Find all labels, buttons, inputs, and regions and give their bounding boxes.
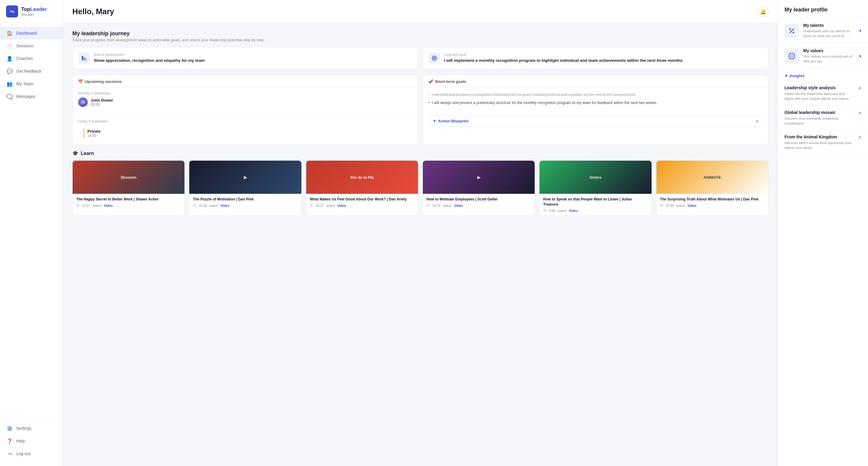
video-link-2[interactable]: Video <box>337 204 346 207</box>
svg-rect-0 <box>82 56 83 61</box>
chevron-down-icon: ▾ <box>756 119 758 124</box>
clock-icon-1: ⏱ <box>193 204 196 207</box>
video-link-4[interactable]: Video <box>569 209 578 213</box>
sidebar-label-coaches: Coaches <box>16 56 33 61</box>
journey-cards: Area of development Show appreciation, r… <box>72 47 769 69</box>
tabs-row: 📅 Upcoming sessions Monday, 2 September … <box>72 75 769 145</box>
values-arrow-icon: ▾ <box>859 54 861 59</box>
sidebar-label-logout: Log out <box>16 451 30 456</box>
learn-title: Learn <box>81 151 94 156</box>
notification-bell-button[interactable]: 🔔 <box>758 6 769 17</box>
area-label: Area of development <box>94 53 205 56</box>
video-card-4: timbre How to Speak so that People Want … <box>539 160 652 216</box>
insight-item-1[interactable]: Global leadership mosaic Uncover your wo… <box>778 106 868 130</box>
insight-arrow-icon-1: ↗ <box>858 111 861 116</box>
values-info: My values Your values are a central part… <box>803 48 855 64</box>
video-thumb-2: Río de la Pla <box>306 161 418 194</box>
session-date-2: Friday, 6 September <box>78 119 412 123</box>
goals-tab-label: Short-term goals <box>435 79 466 84</box>
insight-desc-1: Uncover your worldwide leadership counte… <box>784 116 855 126</box>
home-icon: 🏠 <box>7 30 13 36</box>
sidebar-item-my-team[interactable]: 👥 My Team <box>0 77 63 90</box>
clock-icon-4: ⏱ <box>543 209 547 213</box>
video-info-2: What Makes Us Feel Good About Our Work? … <box>306 194 418 210</box>
session-details-1: John Dower 09:00 <box>91 98 113 107</box>
action-blueprint-label: ✦ Action Blueprint <box>433 119 468 123</box>
thumb-text-5: ANIMATE <box>701 173 723 182</box>
goals-card: 🚀 Short-term goals I will draft and prop… <box>423 75 769 145</box>
sidebar-logo: Top TopLeader Manager <box>0 0 63 23</box>
logo-text-group: TopLeader Manager <box>21 6 47 17</box>
session-name-2: Private <box>87 129 100 133</box>
goal-content: Long-term goal I will implement a monthl… <box>444 53 684 64</box>
video-link-0[interactable]: Video <box>104 204 113 207</box>
sessions-card: 📅 Upcoming sessions Monday, 2 September … <box>72 75 418 145</box>
video-card-3: ▶ How to Motivate Employees | Scott Gell… <box>423 160 535 216</box>
insight-desc-0: Delve into the leadership approach that … <box>784 91 855 101</box>
video-title-1: The Puzzle of Motivation | Dan Pink <box>193 197 298 202</box>
video-thumb-1: ▶ <box>189 161 301 194</box>
video-meta-3: ⏱ 15:54 watch Video <box>427 204 531 207</box>
video-meta-5: ⏱ 10:48 watch Video <box>660 204 765 207</box>
logo-title: TopLeader <box>21 6 47 12</box>
sidebar-label-help: Help <box>16 439 25 443</box>
video-watch-3: watch <box>443 204 452 207</box>
sidebar-label-messages: Messages <box>16 94 36 99</box>
insight-item-2[interactable]: From the Animal Kingdom Discover which a… <box>778 130 868 155</box>
area-icon <box>79 53 90 64</box>
session-person-1: JD John Dower 09:00 <box>78 97 412 107</box>
sidebar-item-help[interactable]: ❓ Help <box>0 435 63 447</box>
video-info-5: The Surprising Truth About What Motivate… <box>656 194 768 210</box>
journey-section: My leadership journey Track your progres… <box>72 30 769 69</box>
session-item-2: Friday, 6 September Private 14:00 <box>73 116 418 145</box>
sessions-tab-header: 📅 Upcoming sessions <box>73 75 418 88</box>
values-title: My values <box>803 48 855 53</box>
video-link-5[interactable]: Video <box>687 204 696 207</box>
sidebar-label-get-feedback: Get feedback <box>16 69 41 73</box>
insight-desc-2: Discover which animal best represents yo… <box>784 141 855 150</box>
goals-content: I will draft and propose a recognition f… <box>423 88 768 113</box>
video-meta-4: ⏱ 9:58 watch Video <box>543 209 648 213</box>
sidebar-item-coaches[interactable]: 👤 Coaches <box>0 52 63 65</box>
insight-title-1: Global leadership mosaic <box>784 110 855 115</box>
video-thumb-5: ANIMATE <box>656 161 768 194</box>
sidebar-item-dashboard[interactable]: 🏠 Dashboard <box>0 27 63 39</box>
sidebar-item-sessions[interactable]: 📄 Sessions <box>0 39 63 52</box>
session-divider <box>78 113 412 113</box>
journey-title: My leadership journey <box>72 30 769 37</box>
insight-title-2: From the Animal Kingdom <box>784 134 855 139</box>
insights-header: ✦ Insights <box>778 69 868 81</box>
sidebar-bottom: ⚙️ Settings ❓ Help ↪ Log out <box>0 418 63 466</box>
insight-content-0: Leadership style analysis Delve into the… <box>784 85 855 101</box>
insight-content-2: From the Animal Kingdom Discover which a… <box>784 134 855 150</box>
video-link-1[interactable]: Video <box>221 204 230 207</box>
right-panel-title: My leader profile <box>778 0 868 18</box>
insights-sparkle-icon: ✦ <box>784 73 788 78</box>
goal-icon <box>429 53 440 64</box>
settings-icon: ⚙️ <box>7 425 13 431</box>
video-watch-0: watch <box>93 204 101 207</box>
video-duration-2: 20:27 <box>315 204 324 207</box>
talents-card[interactable]: My talents Understand your top talents t… <box>778 18 868 43</box>
insight-arrow-icon-0: ↗ <box>858 86 861 91</box>
talents-info: My talents Understand your top talents t… <box>803 23 855 38</box>
video-meta-2: ⏱ 20:27 watch Video <box>310 204 414 207</box>
talents-desc: Understand your top talents to focus on … <box>803 29 855 38</box>
video-card-1: ▶ The Puzzle of Motivation | Dan Pink ⏱ … <box>189 160 301 216</box>
sidebar-item-get-feedback[interactable]: 💬 Get feedback <box>0 65 63 77</box>
learn-section: 🎓 Learn Bloomin The Happy Secret to Bett… <box>72 150 769 216</box>
sidebar-item-settings[interactable]: ⚙️ Settings <box>0 422 63 435</box>
sidebar-item-logout[interactable]: ↪ Log out <box>0 447 63 460</box>
sidebar-nav: 🏠 Dashboard 📄 Sessions 👤 Coaches 💬 Get f… <box>0 23 63 418</box>
video-info-1: The Puzzle of Motivation | Dan Pink ⏱ 18… <box>189 194 301 210</box>
session-details-2: Private 14:00 <box>87 129 100 138</box>
sidebar-item-messages[interactable]: 🗨️ Messages <box>0 90 63 103</box>
video-thumb-0: Bloomin <box>73 161 184 194</box>
values-card[interactable]: My values Your values are a central part… <box>778 43 868 69</box>
goals-tab-header: 🚀 Short-term goals <box>423 75 768 88</box>
insight-item-0[interactable]: Leadership style analysis Delve into the… <box>778 81 868 105</box>
action-blueprint-button[interactable]: ✦ Action Blueprint ▾ <box>428 116 763 127</box>
session-private: Private 14:00 <box>78 125 412 141</box>
video-link-3[interactable]: Video <box>454 204 463 207</box>
svg-rect-1 <box>84 57 85 61</box>
